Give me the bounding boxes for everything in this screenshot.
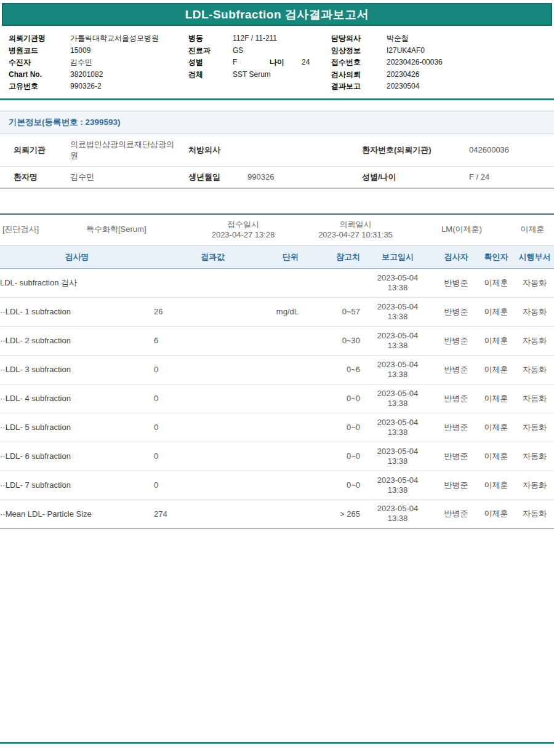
- performing-dept: 자동화: [515, 355, 554, 384]
- receipt-label: 접수일시: [188, 219, 299, 229]
- tester-name: 반병준: [435, 413, 477, 442]
- result-value: 0: [154, 471, 225, 499]
- results-table: 검사명 결과값 단위 참고치 보고일시 검사자 확인자 시행부서 LDL- su…: [0, 246, 554, 530]
- report-time: 13:38: [360, 485, 435, 495]
- tester-name: 반병준: [435, 499, 477, 528]
- unit-value: [225, 499, 299, 528]
- field-value: 20230504: [387, 81, 419, 93]
- field-label: 수진자: [9, 57, 70, 69]
- reference-range: 0~30: [299, 326, 360, 355]
- result-value: 274: [154, 499, 225, 528]
- report-date: 2023-05-04: [360, 302, 435, 312]
- tester-name: 반병준: [435, 471, 477, 499]
- basic-info-table: 의뢰기관 의료법인삼광의료재단삼광의원 처방의사 환자번호(의뢰기관) 0426…: [0, 134, 554, 189]
- report-date: 2023-05-04: [360, 504, 435, 514]
- confirmer-name: 이제훈: [477, 471, 515, 499]
- result-row: ··LDL- 6 subfraction 0 0~0 2023-05-04 13…: [0, 442, 554, 471]
- field-value: I27UK4AF0: [387, 45, 425, 57]
- field-value: 38201082: [70, 69, 103, 81]
- basic-info-row: 의뢰기관 의료법인삼광의료재단삼광의원 처방의사 환자번호(의뢰기관) 0426…: [0, 134, 554, 167]
- order-confirmer: 이제훈: [511, 224, 554, 235]
- field-label: 검체: [188, 69, 233, 81]
- request-value: 2023-04-27 10:31:35: [299, 229, 412, 240]
- field-order-date: 검사의뢰 20230426: [331, 69, 547, 81]
- tester-name: 반병준: [435, 326, 477, 355]
- unit-value: [225, 384, 299, 413]
- report-datetime: 2023-05-04 13:38: [360, 471, 435, 499]
- reference-range: 0~57: [299, 297, 360, 326]
- field-department: 진료과 GS: [188, 45, 331, 57]
- label-sex-age: 성별/나이: [358, 166, 458, 188]
- reference-range: 0~0: [299, 442, 360, 471]
- patient-header-col-middle: 병동 112F / 11-211 진료과 GS 성별 F 나이 24 검체 SS…: [188, 33, 331, 93]
- field-referring-org: 의뢰기관명 가톨릭대학교서울성모병원: [9, 33, 188, 45]
- report-time: 13:38: [360, 283, 435, 293]
- field-value: 김수민: [70, 57, 92, 69]
- field-label: 검사의뢰: [331, 69, 387, 81]
- unit-value: [225, 268, 299, 297]
- report-date: 2023-05-04: [360, 447, 435, 456]
- report-datetime: 2023-05-04 13:38: [360, 326, 435, 355]
- label-prescribing-doctor: 처방의사: [185, 134, 244, 167]
- test-name: ··LDL- 2 subfraction: [0, 326, 154, 355]
- field-label-age: 나이: [270, 57, 302, 69]
- report-date: 2023-05-04: [360, 331, 435, 341]
- tester-name: 반병준: [435, 268, 477, 297]
- field-clinical-info: 임상정보 I27UK4AF0: [331, 45, 547, 57]
- field-hospital-code: 병원코드 15009: [9, 45, 188, 57]
- field-doctor: 담당의사 박순철: [331, 33, 547, 45]
- results-section: [진단검사] 특수화학[Serum] 접수일시 2023-04-27 13:28…: [0, 213, 554, 530]
- performing-dept: 자동화: [515, 499, 554, 528]
- unit-value: [225, 442, 299, 471]
- result-value: 0: [154, 442, 225, 471]
- label-referring-org: 의뢰기관: [0, 134, 66, 167]
- value-sex-age: F / 24: [458, 166, 554, 188]
- report-time: 13:38: [360, 428, 435, 437]
- patient-header-col-left: 의뢰기관명 가톨릭대학교서울성모병원 병원코드 15009 수진자 김수민 Ch…: [9, 33, 188, 93]
- value-prescribing-doctor: [244, 134, 358, 167]
- report-datetime: 2023-05-04 13:38: [360, 384, 435, 413]
- reference-range: 0~6: [299, 355, 360, 384]
- field-label: 결과보고: [331, 81, 387, 93]
- result-row: ··LDL- 5 subfraction 0 0~0 2023-05-04 13…: [0, 413, 554, 442]
- reference-range: 0~0: [299, 413, 360, 442]
- request-label: 의뢰일시: [299, 219, 412, 229]
- confirmer-name: 이제훈: [477, 413, 515, 442]
- report-datetime: 2023-05-04 13:38: [360, 413, 435, 442]
- reference-range: [299, 268, 360, 297]
- field-label: Chart No.: [9, 69, 70, 81]
- test-name: ··LDL- 6 subfraction: [0, 442, 154, 471]
- reference-range: > 265: [299, 499, 360, 528]
- result-value: 26: [154, 297, 225, 326]
- reference-range: 0~0: [299, 471, 360, 499]
- performing-dept: 자동화: [515, 326, 554, 355]
- report-time: 13:38: [360, 341, 435, 351]
- order-test-group: 특수화학[Serum]: [83, 224, 188, 235]
- report-datetime: 2023-05-04 13:38: [360, 297, 435, 326]
- basic-info-section-header: 기본정보(등록번호 : 2399593): [0, 111, 554, 134]
- patient-header-col-right: 담당의사 박순철 임상정보 I27UK4AF0 접수번호 20230426-00…: [331, 33, 547, 93]
- test-name: ··LDL- 4 subfraction: [0, 384, 154, 413]
- confirmer-name: 이제훈: [477, 499, 515, 528]
- performing-dept: 자동화: [515, 413, 554, 442]
- value-referring-org: 의료법인삼광의료재단삼광의원: [66, 134, 185, 167]
- performing-dept: 자동화: [515, 297, 554, 326]
- header-confirmer: 확인자: [477, 246, 515, 269]
- field-value: 20230426-00036: [387, 57, 443, 69]
- report-time: 13:38: [360, 514, 435, 523]
- page-bottom-divider: [0, 742, 554, 744]
- result-row: ··Mean LDL- Particle Size 274 > 265 2023…: [0, 499, 554, 528]
- divider-line: [0, 98, 554, 100]
- field-value: 가톨릭대학교서울성모병원: [70, 33, 159, 45]
- test-name: ··Mean LDL- Particle Size: [0, 499, 154, 528]
- unit-value: [225, 471, 299, 499]
- field-chart-no: Chart No. 38201082: [9, 69, 188, 81]
- unit-value: [225, 326, 299, 355]
- performing-dept: 자동화: [515, 268, 554, 297]
- field-sex-age: 성별 F 나이 24: [188, 57, 331, 69]
- field-label: 임상정보: [331, 45, 387, 57]
- field-label: 담당의사: [331, 33, 387, 45]
- result-row: ··LDL- 3 subfraction 0 0~6 2023-05-04 13…: [0, 355, 554, 384]
- report-title-banner: LDL-Subfraction 검사결과보고서: [2, 3, 552, 26]
- header-dept: 시행부서: [515, 246, 554, 269]
